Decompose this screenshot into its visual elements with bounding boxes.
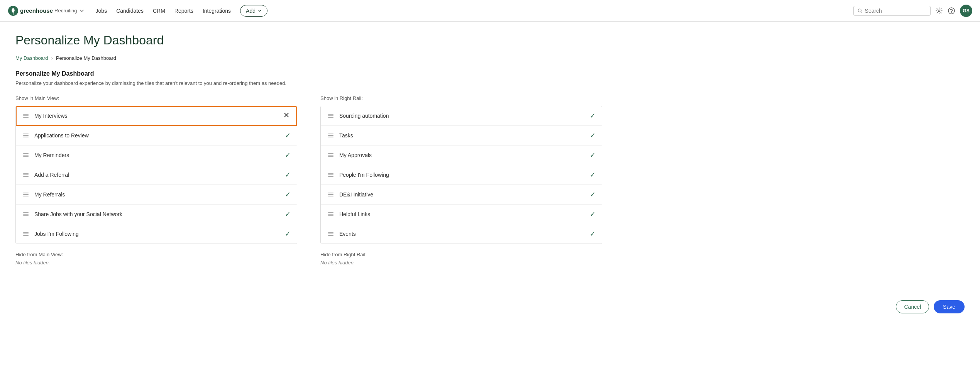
check-icon-helpful-links: ✓ — [590, 210, 596, 218]
right-rail-label: Show in Right Rail: — [320, 95, 602, 101]
brand-logo: greenhouse Recruiting — [8, 5, 77, 16]
tile-my-reminders: My Reminders ✓ — [16, 146, 297, 165]
drag-handle-reminders[interactable] — [22, 152, 30, 158]
tile-label-reminders: My Reminders — [34, 152, 280, 158]
drag-handle-people-following[interactable] — [327, 172, 335, 178]
tile-events: Events ✓ — [321, 224, 602, 244]
search-box[interactable] — [853, 6, 931, 16]
check-icon-reminders: ✓ — [285, 151, 291, 159]
settings-button[interactable] — [935, 7, 943, 15]
brand-text: greenhouse — [20, 7, 53, 14]
brand-dropdown-icon[interactable] — [80, 8, 84, 13]
main-view-no-tiles: No tiles hidden. — [15, 260, 297, 266]
svg-point-6 — [951, 12, 952, 13]
two-col-layout: Show in Main View: My Interviews — [15, 95, 602, 266]
section-title: Personalize My Dashboard — [15, 70, 602, 77]
check-icon-jobs-following: ✓ — [285, 230, 291, 238]
settings-icon — [935, 7, 943, 15]
check-icon-add-referral: ✓ — [285, 171, 291, 179]
tile-label-helpful-links: Helpful Links — [339, 211, 585, 217]
tile-dei: DE&I Initiative ✓ — [321, 185, 602, 205]
search-input[interactable] — [865, 8, 926, 14]
main-view-hidden-section: Hide from Main View: No tiles hidden. — [15, 252, 297, 266]
check-icon-share-jobs: ✓ — [285, 210, 291, 218]
avatar[interactable]: GS — [960, 5, 972, 17]
brand-subtext: Recruiting — [54, 8, 77, 14]
check-icon-people-following: ✓ — [590, 171, 596, 179]
main-view-label: Show in Main View: — [15, 95, 297, 101]
tile-label-approvals: My Approvals — [339, 152, 585, 158]
cancel-button[interactable]: Cancel — [896, 300, 929, 313]
check-icon-tasks: ✓ — [590, 131, 596, 140]
check-icon-my-referrals: ✓ — [285, 190, 291, 199]
main-view-tile-list: My Interviews Applications to Review ✓ — [15, 106, 297, 244]
svg-line-3 — [861, 12, 862, 13]
breadcrumb: My Dashboard › Personalize My Dashboard — [15, 55, 602, 61]
tile-helpful-links: Helpful Links ✓ — [321, 205, 602, 224]
section-header: Personalize My Dashboard Personalize you… — [15, 70, 602, 86]
tile-label-dei: DE&I Initiative — [339, 191, 585, 198]
section-desc: Personalize your dashboard experience by… — [15, 80, 602, 86]
tile-label-events: Events — [339, 231, 585, 237]
drag-handle-sourcing[interactable] — [327, 113, 335, 118]
tile-my-interviews: My Interviews — [16, 106, 297, 126]
check-icon-dei: ✓ — [590, 190, 596, 199]
right-rail-hide-label: Hide from Right Rail: — [320, 252, 602, 257]
navbar: greenhouse Recruiting Jobs Candidates CR… — [0, 0, 980, 22]
right-rail-hidden-section: Hide from Right Rail: No tiles hidden. — [320, 252, 602, 266]
tile-label-jobs-following: Jobs I'm Following — [34, 231, 280, 237]
nav-integrations[interactable]: Integrations — [203, 8, 231, 14]
footer-actions: Cancel Save — [0, 293, 980, 321]
add-button[interactable]: Add — [240, 5, 267, 17]
drag-handle-approvals[interactable] — [327, 152, 335, 158]
drag-handle-share-jobs[interactable] — [22, 211, 30, 217]
tile-tasks: Tasks ✓ — [321, 126, 602, 146]
right-rail-tile-list: Sourcing automation ✓ Tasks ✓ My A — [320, 106, 602, 244]
tile-applications-to-review: Applications to Review ✓ — [16, 126, 297, 146]
page-title: Personalize My Dashboard — [15, 33, 602, 47]
right-rail-no-tiles: No tiles hidden. — [320, 260, 602, 266]
nav-crm[interactable]: CRM — [153, 8, 165, 14]
tile-label-share-jobs: Share Jobs with your Social Network — [34, 211, 280, 217]
drag-handle-jobs-following[interactable] — [22, 231, 30, 237]
drag-handle-events[interactable] — [327, 231, 335, 237]
drag-handle-my-interviews[interactable] — [22, 113, 30, 118]
brand: greenhouse Recruiting — [8, 5, 84, 16]
tile-share-jobs: Share Jobs with your Social Network ✓ — [16, 205, 297, 224]
greenhouse-logo-icon — [8, 5, 19, 16]
main-view-hide-label: Hide from Main View: — [15, 252, 297, 257]
tile-add-referral: Add a Referral ✓ — [16, 165, 297, 185]
tile-jobs-following: Jobs I'm Following ✓ — [16, 224, 297, 244]
nav-reports[interactable]: Reports — [174, 8, 193, 14]
tile-label-sourcing: Sourcing automation — [339, 113, 585, 119]
breadcrumb-current: Personalize My Dashboard — [56, 55, 116, 61]
drag-handle-applications[interactable] — [22, 133, 30, 138]
drag-handle-my-referrals[interactable] — [22, 192, 30, 197]
drag-handle-add-referral[interactable] — [22, 172, 30, 178]
breadcrumb-home-link[interactable]: My Dashboard — [15, 55, 48, 61]
nav-jobs[interactable]: Jobs — [96, 8, 107, 14]
tile-label-my-interviews: My Interviews — [34, 113, 278, 119]
tile-label-tasks: Tasks — [339, 132, 585, 139]
help-button[interactable] — [948, 7, 955, 15]
main-view-column: Show in Main View: My Interviews — [15, 95, 297, 266]
add-dropdown-icon — [258, 9, 262, 13]
drag-handle-tasks[interactable] — [327, 133, 335, 138]
tile-label-applications: Applications to Review — [34, 132, 280, 139]
close-button-my-interviews[interactable] — [282, 112, 291, 120]
tile-my-referrals: My Referrals ✓ — [16, 185, 297, 205]
close-icon — [284, 112, 289, 118]
save-button[interactable]: Save — [934, 300, 965, 313]
breadcrumb-separator: › — [51, 55, 53, 61]
navbar-right: GS — [853, 5, 972, 17]
check-icon-events: ✓ — [590, 230, 596, 238]
main-content: Personalize My Dashboard My Dashboard › … — [0, 22, 618, 277]
svg-point-5 — [948, 8, 955, 14]
tile-label-people-following: People I'm Following — [339, 172, 585, 178]
tile-sourcing-automation: Sourcing automation ✓ — [321, 106, 602, 126]
check-icon-sourcing: ✓ — [590, 112, 596, 120]
drag-handle-dei[interactable] — [327, 192, 335, 197]
nav-candidates[interactable]: Candidates — [116, 8, 144, 14]
check-icon-approvals: ✓ — [590, 151, 596, 159]
drag-handle-helpful-links[interactable] — [327, 211, 335, 217]
